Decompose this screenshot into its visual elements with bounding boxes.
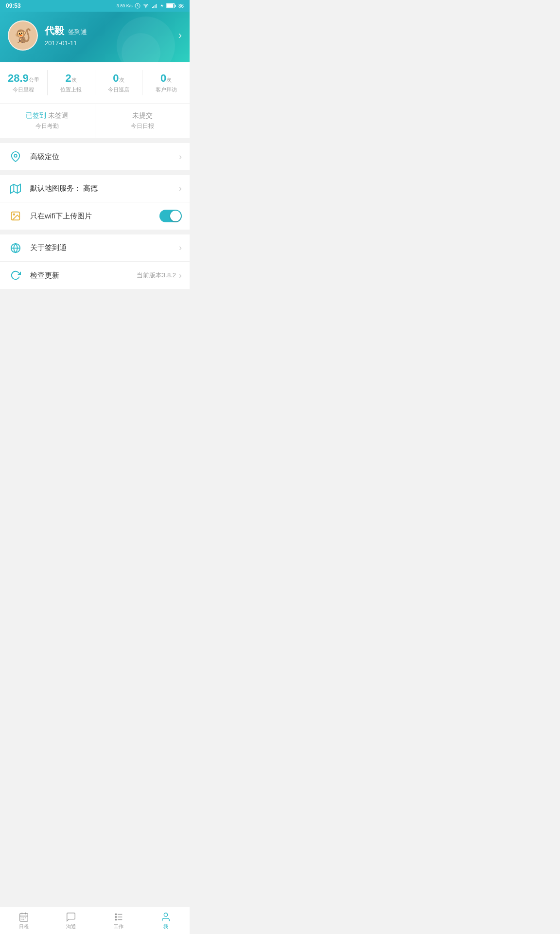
menu-location-chevron: › <box>179 152 182 162</box>
status-icons: 3.89 K/s 86 <box>117 3 184 9</box>
report-status: 未提交 <box>132 111 153 120</box>
svg-marker-6 <box>160 4 163 8</box>
report-today-label: 今日日报 <box>99 122 186 130</box>
stat-distance-label: 今日里程 <box>4 86 43 93</box>
status-bar: 09:53 3.89 K/s <box>0 0 190 12</box>
clock-icon <box>135 3 140 9</box>
menu-section-1: 高级定位 › <box>0 143 190 170</box>
stat-distance-value: 28.9 <box>8 72 29 84</box>
svg-rect-2 <box>152 7 153 8</box>
menu-update-label: 检查更新 <box>30 271 137 280</box>
attendance-section: 已签到 未签退 今日考勤 未提交 今日日报 <box>0 104 190 138</box>
divider-1 <box>0 138 190 143</box>
menu-update-version: 当前版本3.8.2 <box>137 271 176 280</box>
attendance-checkin[interactable]: 已签到 未签退 今日考勤 <box>0 104 95 138</box>
stat-patrol: 0次 今日巡店 <box>95 70 143 95</box>
profile-info: 代毅 签到通 2017-01-11 <box>45 24 87 47</box>
menu-item-about[interactable]: 关于签到通 › <box>0 234 190 262</box>
speed-indicator: 3.89 K/s <box>117 3 133 8</box>
location-icon <box>8 149 23 164</box>
menu-item-location[interactable]: 高级定位 › <box>0 143 190 170</box>
stat-report-label: 位置上报 <box>52 86 91 93</box>
svg-rect-8 <box>175 5 175 7</box>
stat-patrol-label: 今日巡店 <box>99 86 139 93</box>
stat-report-unit: 次 <box>71 77 77 83</box>
checkin-status-unsigned: 未签退 <box>48 111 69 120</box>
stat-visit-value: 0 <box>160 72 166 84</box>
menu-update-chevron: › <box>179 270 182 281</box>
image-upload-icon <box>8 208 23 224</box>
stat-visit-unit: 次 <box>166 77 172 83</box>
map-icon <box>8 181 23 197</box>
svg-marker-11 <box>11 184 20 193</box>
checkin-status-signed: 已签到 <box>26 111 46 120</box>
menu-item-map[interactable]: 默认地图服务： 高德 › <box>0 175 190 202</box>
avatar: 🐒 <box>8 20 38 51</box>
globe-icon <box>8 240 23 256</box>
menu-item-wifi[interactable]: 只在wifi下上传图片 <box>0 202 190 230</box>
profile-name: 代毅 <box>45 24 64 37</box>
stat-report: 2次 位置上报 <box>48 70 95 95</box>
svg-rect-5 <box>156 4 157 8</box>
status-time: 09:53 <box>6 2 21 9</box>
attendance-report[interactable]: 未提交 今日日报 <box>95 104 190 138</box>
menu-map-chevron: › <box>179 183 182 194</box>
header-banner: 🐒 代毅 签到通 2017-01-11 › <box>0 12 190 62</box>
battery-icon <box>166 3 176 9</box>
divider-2 <box>0 170 190 175</box>
menu-section-2: 默认地图服务： 高德 › 只在wifi下上传图片 <box>0 175 190 230</box>
svg-rect-9 <box>166 4 173 7</box>
signal-icon <box>151 3 158 9</box>
menu-location-label: 高级定位 <box>30 152 179 162</box>
menu-wifi-label: 只在wifi下上传图片 <box>30 212 159 221</box>
stat-patrol-unit: 次 <box>119 77 124 83</box>
battery-level: 86 <box>178 3 184 9</box>
stat-distance-unit: 公里 <box>29 77 39 83</box>
menu-about-chevron: › <box>179 243 182 253</box>
charging-icon <box>160 3 164 9</box>
menu-item-update[interactable]: 检查更新 当前版本3.8.2 › <box>0 262 190 289</box>
stat-patrol-value: 0 <box>113 72 119 84</box>
divider-3 <box>0 230 190 234</box>
refresh-icon <box>8 268 23 283</box>
profile-chevron[interactable]: › <box>178 29 182 42</box>
profile-left: 🐒 代毅 签到通 2017-01-11 <box>8 20 87 51</box>
wifi-icon <box>142 3 149 9</box>
toggle-knob <box>170 211 181 221</box>
stat-report-value: 2 <box>66 72 71 84</box>
stat-visit-label: 客户拜访 <box>146 86 186 93</box>
menu-about-label: 关于签到通 <box>30 243 179 252</box>
svg-point-10 <box>14 154 17 157</box>
wifi-toggle[interactable] <box>159 210 182 222</box>
profile-app-name: 签到通 <box>68 28 87 36</box>
stat-distance: 28.9公里 今日里程 <box>0 70 48 95</box>
attendance-today-label: 今日考勤 <box>4 122 91 130</box>
menu-map-label: 默认地图服务： 高德 <box>30 184 179 193</box>
svg-rect-3 <box>153 6 154 8</box>
svg-point-1 <box>145 8 146 8</box>
menu-section-3: 关于签到通 › 检查更新 当前版本3.8.2 › <box>0 234 190 289</box>
svg-point-15 <box>13 214 15 215</box>
profile-date: 2017-01-11 <box>45 39 87 47</box>
svg-rect-4 <box>155 5 156 8</box>
